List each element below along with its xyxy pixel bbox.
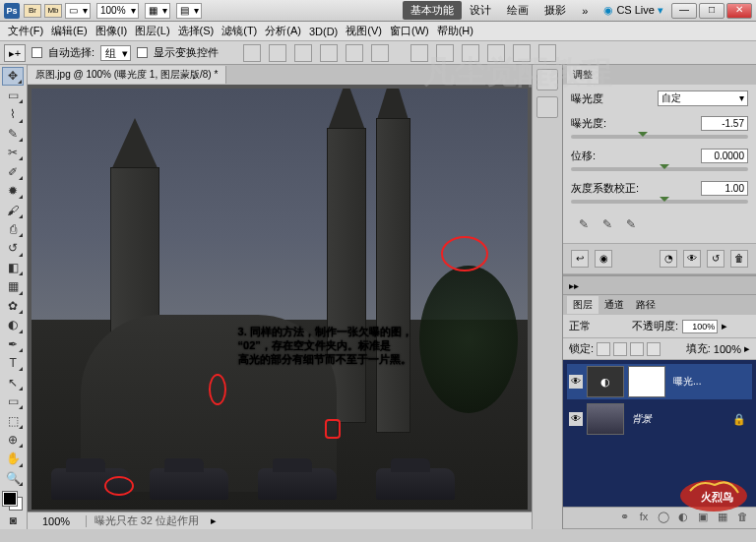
distribute-top-button[interactable] [410, 44, 428, 62]
link-layers-icon[interactable]: ⚭ [616, 511, 632, 526]
quick-select-tool[interactable]: ✎ [2, 125, 24, 143]
fill-input[interactable]: 100% [714, 343, 741, 355]
auto-select-checkbox[interactable] [32, 47, 42, 58]
quick-mask-toggle[interactable]: ◙ [2, 512, 24, 529]
expand-icon[interactable]: ◉ [595, 250, 612, 268]
black-eyedropper-icon[interactable]: ✎ [579, 217, 595, 233]
current-tool-indicator[interactable]: ▸+ [4, 44, 26, 62]
stamp-tool[interactable]: ⎙ [2, 220, 24, 238]
visibility-toggle-icon[interactable]: 👁 [569, 412, 583, 426]
collapsed-panel-group[interactable]: ▸▸ [563, 275, 756, 295]
menu-window[interactable]: 窗口(W) [386, 22, 433, 40]
3d-camera-tool[interactable]: ⊕ [2, 431, 24, 449]
minibridge-launcher[interactable]: Mb [44, 4, 62, 18]
pen-tool[interactable]: ✒ [2, 335, 24, 353]
blend-mode-dropdown[interactable]: 正常 [569, 319, 628, 333]
move-tool[interactable]: ✥ [2, 67, 24, 86]
layer-item[interactable]: 👁 背景 🔒 [567, 401, 752, 437]
new-layer-icon[interactable]: ▦ [715, 511, 730, 526]
offset-value-input[interactable]: 0.0000 [701, 149, 748, 163]
3d-tool[interactable]: ⬚ [2, 411, 24, 429]
layers-tab[interactable]: 图层 [567, 296, 598, 314]
distribute-bottom-button[interactable] [462, 44, 479, 62]
close-button[interactable]: ✕ [726, 3, 752, 19]
offset-slider[interactable] [571, 167, 748, 171]
menu-help[interactable]: 帮助(H) [433, 22, 477, 40]
lock-position-icon[interactable] [630, 342, 644, 356]
exposure-slider[interactable] [571, 135, 748, 139]
menu-image[interactable]: 图像(I) [92, 22, 131, 40]
delete-layer-icon[interactable]: 🗑 [734, 511, 750, 526]
hand-tool[interactable]: ✋ [2, 450, 24, 467]
brush-tool[interactable]: 🖌 [2, 201, 24, 218]
align-vcenter-button[interactable] [269, 44, 286, 62]
align-top-button[interactable] [243, 44, 261, 62]
layer-name[interactable]: 曝光... [669, 375, 705, 389]
align-right-button[interactable] [371, 44, 389, 62]
eraser-tool[interactable]: ◧ [2, 259, 24, 276]
paths-tab[interactable]: 路径 [630, 296, 662, 314]
visibility-icon[interactable]: 👁 [683, 250, 701, 268]
channels-tab[interactable]: 通道 [598, 296, 630, 314]
history-brush-tool[interactable]: ↺ [2, 239, 24, 257]
delete-icon[interactable]: 🗑 [730, 250, 748, 268]
opacity-input[interactable]: 100% [682, 320, 718, 333]
arrange-dropdown[interactable]: ▦ [145, 3, 170, 19]
menu-file[interactable]: 文件(F) [4, 22, 47, 40]
workspace-design[interactable]: 设计 [462, 1, 499, 20]
document-tab[interactable]: 原图.jpg @ 100% (曝光度 1, 图层蒙版/8) * [28, 66, 227, 84]
distribute-vcenter-button[interactable] [436, 44, 454, 62]
actions-panel-icon[interactable] [536, 96, 558, 118]
blur-tool[interactable]: ✿ [2, 297, 24, 315]
clip-icon[interactable]: ◔ [660, 250, 677, 268]
show-transform-checkbox[interactable] [137, 47, 148, 58]
cs-live[interactable]: ◉ CS Live ▾ [603, 4, 663, 17]
distribute-left-button[interactable] [487, 44, 505, 62]
adjustment-thumb-icon[interactable]: ◐ [587, 366, 624, 397]
path-select-tool[interactable]: ↖ [2, 373, 24, 391]
maximize-button[interactable]: □ [699, 3, 724, 19]
history-panel-icon[interactable] [536, 69, 558, 90]
extras-dropdown[interactable]: ▤ [176, 3, 202, 19]
align-left-button[interactable] [320, 44, 338, 62]
gradient-tool[interactable]: ▦ [2, 277, 24, 295]
layer-style-icon[interactable]: fx [636, 511, 652, 526]
adjustments-tab[interactable]: 调整 [567, 66, 598, 84]
auto-select-target-dropdown[interactable]: 组 [100, 45, 131, 61]
layer-name[interactable]: 背景 [628, 412, 656, 426]
layer-list[interactable]: 👁 ◐ 曝光... 👁 背景 🔒 [563, 360, 756, 507]
layer-item[interactable]: 👁 ◐ 曝光... [567, 364, 752, 399]
crop-tool[interactable]: ✂ [2, 144, 24, 161]
exposure-value-input[interactable]: -1.57 [701, 116, 748, 131]
canvas[interactable]: 3. 同样的方法，制作一张欠曝的图， “02”，存在空文件夹内。标准是 高光的部… [32, 89, 528, 510]
zoom-dropdown[interactable]: 100% [96, 3, 139, 19]
visibility-toggle-icon[interactable]: 👁 [569, 375, 583, 389]
workspace-painting[interactable]: 绘画 [499, 1, 536, 20]
white-eyedropper-icon[interactable]: ✎ [626, 217, 642, 233]
screen-mode-dropdown[interactable]: ▭ [65, 3, 91, 19]
lock-all-icon[interactable] [647, 342, 661, 356]
distribute-hcenter-button[interactable] [513, 44, 531, 62]
menu-view[interactable]: 视图(V) [342, 22, 386, 40]
dodge-tool[interactable]: ◐ [2, 316, 24, 333]
workspace-photography[interactable]: 摄影 [536, 1, 574, 20]
lasso-tool[interactable]: ⌇ [2, 105, 24, 123]
distribute-right-button[interactable] [538, 44, 556, 62]
menu-3d[interactable]: 3D(D) [305, 24, 342, 39]
shape-tool[interactable]: ▭ [2, 392, 24, 410]
align-hcenter-button[interactable] [346, 44, 363, 62]
workspace-more[interactable]: » [574, 3, 596, 19]
reset-icon[interactable]: ↺ [707, 250, 724, 268]
type-tool[interactable]: T [2, 354, 24, 372]
menu-filter[interactable]: 滤镜(T) [218, 22, 261, 40]
layer-mask-thumb[interactable] [628, 366, 665, 397]
menu-layer[interactable]: 图层(L) [131, 22, 173, 40]
eyedropper-tool[interactable]: ✐ [2, 162, 24, 180]
color-swatch[interactable] [3, 492, 23, 510]
marquee-tool[interactable]: ▭ [2, 87, 24, 104]
menu-edit[interactable]: 编辑(E) [47, 22, 92, 40]
lock-transparency-icon[interactable] [597, 342, 610, 356]
status-zoom[interactable]: 100% [28, 515, 87, 527]
gamma-value-input[interactable]: 1.00 [701, 181, 748, 196]
bridge-launcher[interactable]: Br [24, 4, 41, 18]
